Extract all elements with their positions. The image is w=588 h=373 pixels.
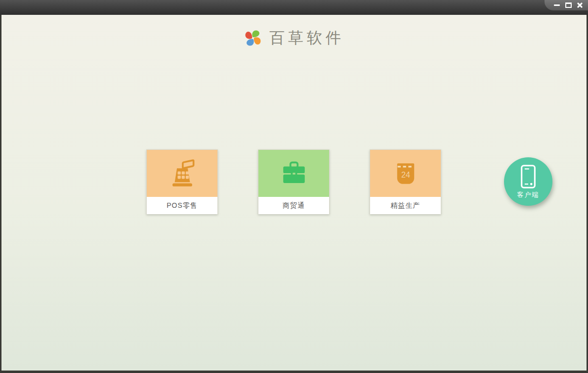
product-card-trade[interactable]: 商贸通 <box>258 149 330 214</box>
close-icon <box>577 2 583 8</box>
titlebar <box>0 0 588 15</box>
product-label-lean: 精益生产 <box>370 197 441 214</box>
page-title: 百草软件 <box>269 28 344 48</box>
product-label-pos: POS零售 <box>147 197 217 214</box>
product-label-trade: 商贸通 <box>258 197 329 214</box>
pinwheel-logo-icon <box>244 29 262 47</box>
product-tile-lean: 24 <box>370 150 441 197</box>
product-card-pos[interactable]: POS零售 <box>146 149 218 214</box>
smartphone-icon <box>520 164 536 189</box>
close-button[interactable] <box>576 1 584 9</box>
app-window: 百草软件 POS零售 <box>0 0 588 373</box>
product-tile-pos <box>147 150 217 197</box>
cash-register-icon <box>168 159 197 188</box>
maximize-button[interactable] <box>564 1 572 9</box>
content-area: 百草软件 POS零售 <box>1 15 587 371</box>
product-card-lean[interactable]: 24 精益生产 <box>370 149 441 214</box>
brand-header: 百草软件 <box>1 15 587 48</box>
window-controls <box>545 0 588 10</box>
product-tile-trade <box>258 150 329 197</box>
minimize-button[interactable] <box>553 1 561 9</box>
calendar-icon: 24 <box>391 159 420 188</box>
client-button-label: 客户端 <box>517 190 540 199</box>
maximize-icon <box>565 2 572 8</box>
minimize-icon <box>554 4 560 6</box>
calendar-day-number: 24 <box>401 170 410 179</box>
briefcase-icon <box>280 159 308 188</box>
client-button[interactable]: 客户端 <box>504 157 552 206</box>
